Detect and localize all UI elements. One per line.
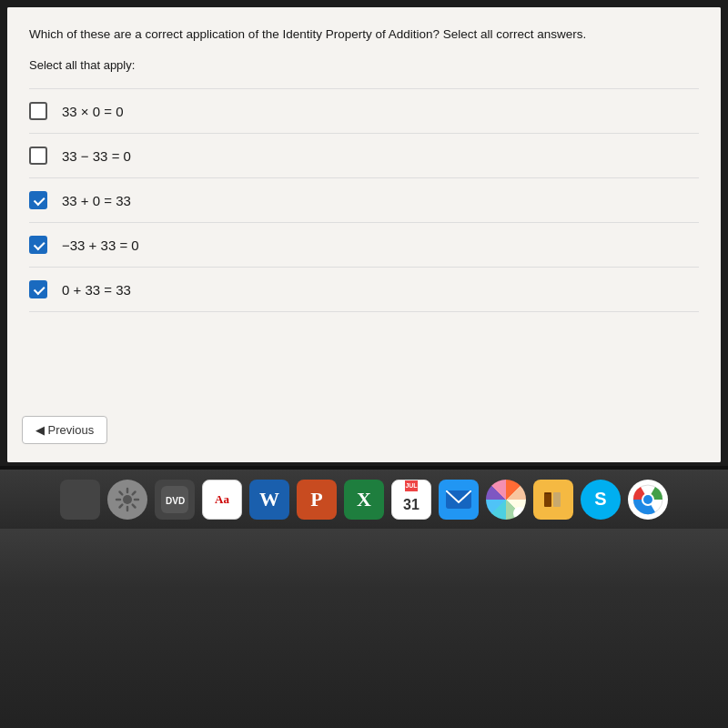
dock-icon-apple-photos[interactable]: [486, 480, 526, 520]
dock-icon-system-preferences[interactable]: [107, 480, 147, 520]
svg-rect-4: [544, 492, 551, 507]
calendar-day: 31: [403, 497, 420, 513]
checkbox-5[interactable]: [29, 280, 47, 298]
answer-row-3[interactable]: 33 + 0 = 33: [29, 178, 699, 223]
laptop-outer: Which of these are a correct application…: [0, 0, 728, 728]
answer-row-5[interactable]: 0 + 33 = 33: [29, 268, 699, 312]
svg-text:DVD: DVD: [166, 496, 185, 506]
powerpoint-label: P: [310, 488, 322, 511]
checkbox-4[interactable]: [29, 236, 47, 254]
dock-icon-photos-multi[interactable]: [60, 480, 100, 520]
answer-label-1: 33 × 0 = 0: [62, 104, 124, 119]
checkbox-3[interactable]: [29, 191, 47, 209]
calendar-month: JUL: [405, 482, 417, 489]
screen-bezel: Which of these are a correct application…: [0, 0, 728, 482]
dock-icon-books[interactable]: [533, 480, 573, 520]
quiz-container: Which of these are a correct application…: [7, 7, 721, 462]
laptop-bottom: F3 F4 ◀◀ ▶|| ▶▶: [0, 529, 728, 728]
checkbox-1[interactable]: [29, 102, 47, 120]
dock-icon-excel[interactable]: X: [344, 480, 384, 520]
dock-icon-chrome[interactable]: [628, 480, 668, 520]
dock-icon-mail[interactable]: [439, 480, 479, 520]
word-label: W: [259, 488, 279, 511]
answer-row-2[interactable]: 33 − 33 = 0: [29, 134, 699, 178]
svg-point-10: [643, 495, 652, 504]
svg-rect-6: [545, 493, 551, 494]
dock-icon-calendar[interactable]: JUL 31: [391, 480, 431, 520]
skype-label: S: [594, 489, 606, 510]
answer-label-3: 33 + 0 = 33: [62, 193, 131, 208]
dock-icon-dictionary[interactable]: Aa: [202, 480, 242, 520]
dock-icon-powerpoint[interactable]: P: [297, 480, 337, 520]
svg-point-0: [123, 495, 132, 504]
select-all-text: Select all that apply:: [29, 58, 699, 72]
dvd-icon: DVD: [161, 486, 188, 513]
checkbox-2[interactable]: [29, 147, 47, 165]
answer-label-4: −33 + 33 = 0: [62, 238, 139, 253]
excel-label: X: [357, 488, 371, 511]
dock-bar: DVD Aa W P X JUL 31: [0, 470, 728, 529]
dock-icon-skype[interactable]: S: [581, 480, 621, 520]
dock-icon-word[interactable]: W: [249, 480, 289, 520]
answer-label-5: 0 + 33 = 33: [62, 282, 131, 298]
screen: Which of these are a correct application…: [7, 7, 721, 462]
chrome-icon: [632, 483, 664, 516]
mail-icon: [446, 490, 471, 509]
answer-row-4[interactable]: −33 + 33 = 0: [29, 223, 699, 268]
dictionary-label: Aa: [215, 492, 229, 507]
svg-rect-5: [553, 492, 561, 507]
gear-icon: [115, 487, 140, 512]
answer-label-2: 33 − 33 = 0: [62, 148, 131, 164]
books-icon: [541, 487, 566, 512]
question-text: Which of these are a correct application…: [29, 25, 699, 44]
answer-row-1[interactable]: 33 × 0 = 0: [29, 88, 699, 134]
dock-icon-dvd[interactable]: DVD: [155, 480, 195, 520]
previous-button[interactable]: ◀ Previous: [22, 416, 107, 444]
